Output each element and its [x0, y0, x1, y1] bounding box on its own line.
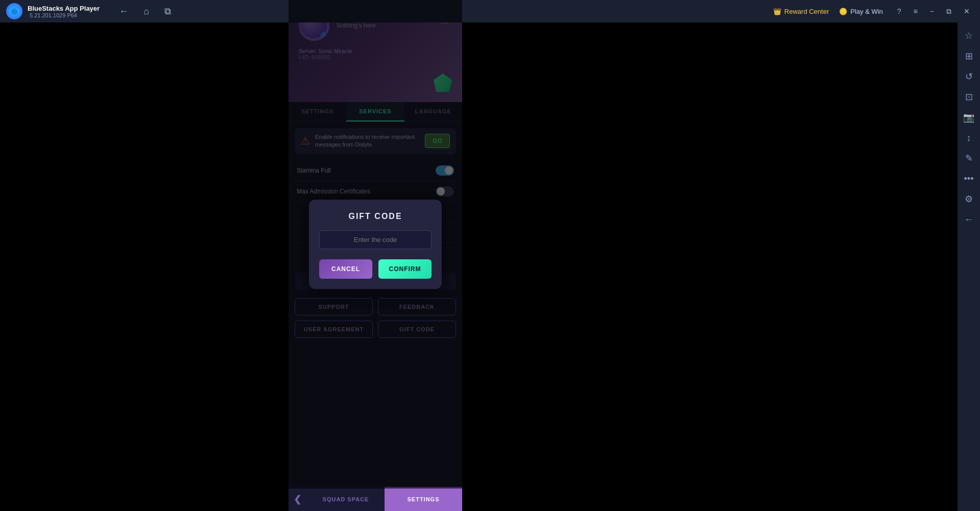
nav-chevron-button[interactable]: ❮ [289, 487, 307, 511]
left-background [0, 22, 289, 511]
modal-overlay: GIFT CODE CANCEL CONFIRM [289, 0, 462, 489]
sidebar-edit-icon[interactable]: ✎ [960, 149, 978, 167]
sidebar-star-icon[interactable]: ☆ [960, 27, 978, 45]
app-name: BlueStacks App Player [28, 5, 100, 12]
modal-title: GIFT CODE [319, 212, 432, 221]
squad-space-button[interactable]: SQUAD SPACE [307, 487, 385, 511]
app-version: 5.21.201.1029 P64 [30, 12, 100, 18]
right-sidebar: ☆ ⊞ ↺ ⊡ 📷 ↕ ✎ ••• ⚙ ← [958, 22, 980, 511]
home-button[interactable]: ⌂ [139, 4, 153, 19]
back-button[interactable]: ← [115, 4, 132, 19]
reward-center-button[interactable]: 👑 Reward Center [773, 8, 829, 15]
game-screen: 9 Esper6050 Nothing's here ✏ Server: Son… [289, 0, 462, 489]
sidebar-refresh-icon[interactable]: ↺ [960, 67, 978, 86]
sidebar-grid-icon[interactable]: ⊞ [960, 47, 978, 65]
confirm-button[interactable]: CONFIRM [378, 259, 432, 279]
crown-icon: 👑 [773, 8, 781, 15]
sidebar-more-icon[interactable]: ••• [960, 169, 978, 188]
bluestacks-logo [6, 3, 22, 19]
settings-nav-button[interactable]: SETTINGS [385, 487, 462, 511]
sidebar-camera-icon[interactable]: 📷 [960, 108, 978, 127]
cancel-button[interactable]: CANCEL [319, 259, 372, 279]
sidebar-settings-icon[interactable]: ⚙ [960, 190, 978, 208]
sidebar-screen-icon[interactable]: ⊡ [960, 88, 978, 106]
restore-button[interactable]: ⧉ [942, 5, 955, 18]
modal-buttons: CANCEL CONFIRM [319, 259, 432, 279]
play-win-button[interactable]: 🪙 Play & Win [839, 8, 883, 15]
gift-code-input[interactable] [319, 230, 432, 249]
windows-button[interactable]: ⧉ [160, 4, 175, 19]
menu-button[interactable]: ≡ [910, 5, 922, 17]
close-button[interactable]: ✕ [960, 5, 974, 17]
help-button[interactable]: ? [893, 5, 905, 17]
sidebar-resize-icon[interactable]: ↕ [960, 129, 978, 147]
sidebar-back-icon[interactable]: ← [960, 210, 978, 229]
titlebar: BlueStacks App Player 5.21.201.1029 P64 … [0, 0, 980, 22]
minimize-button[interactable]: − [926, 5, 938, 17]
coin-icon: 🪙 [839, 8, 847, 15]
bottom-nav: ❮ SQUAD SPACE SETTINGS [289, 486, 462, 511]
right-background [462, 22, 958, 511]
gift-code-modal: GIFT CODE CANCEL CONFIRM [309, 200, 442, 289]
